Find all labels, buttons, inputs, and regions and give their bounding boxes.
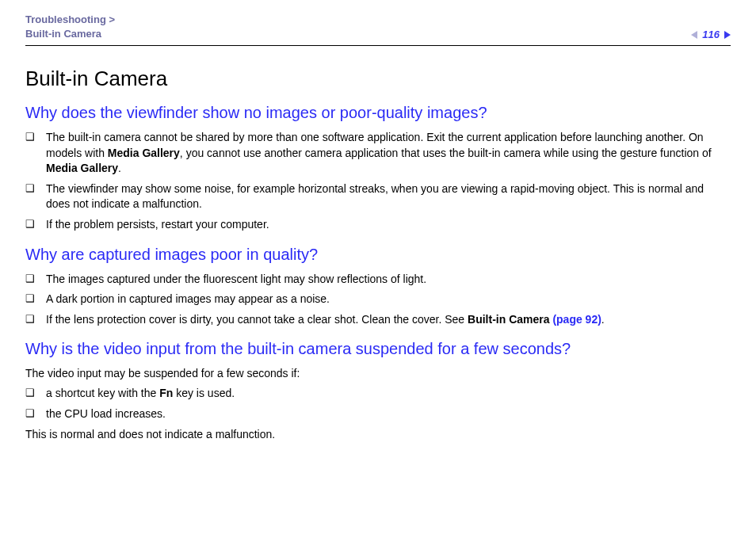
list-item: The built-in camera cannot be shared by … — [25, 130, 731, 177]
page-nav: 116 — [691, 29, 731, 40]
breadcrumb-sep: > — [109, 13, 115, 25]
bold-text: Fn — [159, 387, 173, 399]
content-body: Built-in Camera Why does the viewfinder … — [25, 46, 731, 441]
text: . — [118, 162, 121, 174]
list-item: A dark portion in captured images may ap… — [25, 292, 731, 307]
list-item: If the lens protection cover is dirty, y… — [25, 312, 731, 328]
bullet-list: The images captured under the fluorescen… — [25, 272, 731, 328]
list-item: a shortcut key with the Fn key is used. — [25, 386, 731, 402]
text: the CPU load increases. — [46, 407, 166, 420]
intro-text: The video input may be suspended for a f… — [25, 366, 731, 381]
list-item: The viewfinder may show some noise, for … — [25, 181, 731, 212]
text: , you cannot use another camera applicat… — [180, 147, 712, 159]
list-item: the CPU load increases. — [25, 406, 731, 422]
next-page-icon[interactable] — [724, 31, 731, 39]
section-heading: Why is the video input from the built-in… — [25, 340, 731, 358]
list-item: The images captured under the fluorescen… — [25, 272, 731, 288]
text: A dark portion in captured images may ap… — [46, 292, 330, 305]
bold-text: Built-in Camera — [468, 313, 552, 326]
page-root: Troubleshooting > Built-in Camera 116 Bu… — [0, 0, 756, 441]
list-item: If the problem persists, restart your co… — [25, 217, 731, 233]
page-title: Built-in Camera — [25, 67, 731, 91]
bold-text: Media Gallery — [46, 162, 118, 174]
header-row: Troubleshooting > Built-in Camera 116 — [25, 13, 731, 46]
breadcrumb-current: Built-in Camera — [25, 28, 101, 40]
prev-page-icon[interactable] — [691, 31, 697, 39]
text: a shortcut key with the — [46, 387, 159, 399]
bullet-list: a shortcut key with the Fn key is used. … — [25, 386, 731, 421]
bullet-list: The built-in camera cannot be shared by … — [25, 130, 731, 233]
page-link[interactable]: (page 92) — [552, 313, 601, 326]
text: The images captured under the fluorescen… — [46, 273, 426, 285]
section-heading: Why are captured images poor in quality? — [25, 246, 731, 264]
text: . — [601, 313, 605, 326]
text: If the problem persists, restart your co… — [46, 218, 269, 231]
outro-text: This is normal and does not indicate a m… — [25, 427, 731, 442]
section-heading: Why does the viewfinder show no images o… — [25, 104, 731, 122]
text: The viewfinder may show some noise, for … — [46, 182, 704, 211]
page-number: 116 — [702, 29, 720, 40]
bold-text: Media Gallery — [108, 147, 180, 159]
breadcrumb: Troubleshooting > Built-in Camera — [25, 13, 115, 40]
text: key is used. — [173, 387, 235, 399]
breadcrumb-parent: Troubleshooting — [25, 13, 106, 25]
text: If the lens protection cover is dirty, y… — [46, 313, 468, 326]
